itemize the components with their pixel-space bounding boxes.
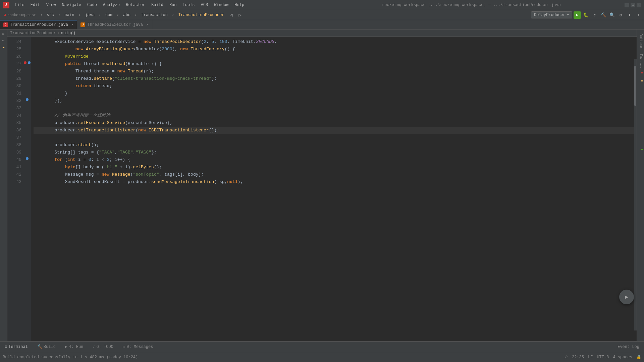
menu-file[interactable]: File (12, 2, 27, 8)
tab-transaction-producer[interactable]: J TransactionProducer.java × (0, 20, 77, 29)
breadcrumb-bar: TransactionProducer › main() (7, 29, 637, 37)
run-with-coverage-button[interactable]: ☂ (591, 11, 598, 19)
close-button[interactable]: × (637, 3, 641, 7)
gutter-36 (24, 125, 31, 133)
menu-window[interactable]: Window (211, 2, 231, 8)
gutter-41 (24, 162, 31, 170)
bc-sep: › (57, 31, 60, 36)
gutter-31 (24, 88, 31, 96)
gutter-34 (24, 111, 31, 118)
gutter-26 (24, 52, 31, 59)
code-line-41: byte[] body = ("Hi," + i).getBytes(); (34, 164, 637, 171)
menu-help[interactable]: Help (232, 2, 247, 8)
search-nav-back[interactable]: ◁ (228, 11, 235, 19)
menu-refactor[interactable]: Refactor (123, 2, 148, 8)
vcs-update-button[interactable]: ⬇ (626, 11, 633, 19)
code-line-37 (34, 134, 637, 141)
bc-class[interactable]: TransactionProducer (176, 12, 226, 18)
todo-tab[interactable]: ✓ 6: TODO (91, 343, 115, 351)
tab-close-2[interactable]: × (146, 23, 149, 27)
vertical-scrollbar[interactable] (634, 59, 637, 330)
bc-java[interactable]: java (83, 12, 97, 18)
bc-class-name[interactable]: TransactionProducer (10, 31, 56, 36)
build-icon: 🔨 (37, 344, 42, 349)
run-tab-icon: ▶ (65, 344, 67, 349)
menu-tools[interactable]: Tools (180, 2, 198, 8)
maximize-button[interactable]: □ (631, 3, 635, 7)
build-button[interactable]: 🔨 (600, 11, 607, 19)
tab-close-1[interactable]: × (71, 23, 74, 27)
window-title: rocketmq-workspace [...\rocketmq-workspa… (318, 3, 625, 7)
gutter (24, 37, 31, 341)
search-everywhere-button[interactable]: 🔍 (608, 11, 616, 19)
menu-edit[interactable]: Edit (28, 2, 43, 8)
favorites-icon[interactable]: ★ (1, 44, 7, 50)
run-config-dropdown-icon: ▾ (567, 12, 569, 17)
event-log-label: Event Log (618, 345, 639, 349)
bc-arrow-4: › (99, 12, 101, 17)
tab-label-1: TransactionProducer.java (10, 22, 68, 27)
build-label: Build (44, 345, 56, 349)
indent-style[interactable]: 4 spaces (613, 355, 632, 360)
messages-tab[interactable]: ✉ 0: Messages (121, 343, 155, 351)
gutter-29 (24, 74, 31, 81)
gutter-42 (24, 170, 31, 177)
code-editor[interactable]: TransactionProducer › main() 24 25 26 27… (7, 29, 637, 341)
code-line-25: new ArrayBlockingQueue<Runnable>(2000), … (34, 46, 637, 53)
menu-view[interactable]: View (44, 2, 59, 8)
tab-label-2: ThreadPoolExecutor.java (87, 22, 143, 27)
scroll-thumb[interactable] (634, 66, 636, 106)
bc-main[interactable]: main (63, 12, 76, 18)
gutter-27 (24, 59, 31, 66)
search-nav-forward[interactable]: ▷ (236, 11, 244, 19)
bc-src[interactable]: src (45, 12, 56, 18)
gutter-33 (24, 103, 31, 111)
bookmark-32 (26, 98, 29, 101)
bc-transaction[interactable]: transaction (139, 12, 170, 18)
event-log-tab[interactable]: Event Log (615, 343, 641, 351)
debug-button[interactable]: 🐛 (582, 11, 590, 19)
code-lines[interactable]: ExecutorService executorService = new Th… (31, 37, 637, 341)
bc-method-name[interactable]: main() (61, 31, 75, 36)
code-line-30: return thread; (34, 82, 637, 90)
code-line-33 (34, 105, 637, 112)
minimize-button[interactable]: – (625, 3, 629, 7)
gutter-25 (24, 44, 31, 52)
gutter-35 (24, 118, 31, 125)
title-bar: J File Edit View Navigate Code Analyze R… (0, 0, 644, 10)
encoding[interactable]: UTF-8 (597, 355, 609, 360)
right-margin-indicators (641, 59, 644, 330)
menu-analyze[interactable]: Analyze (100, 2, 122, 8)
terminal-tab[interactable]: ⊞ Terminal (3, 343, 30, 351)
vcs-commit-button[interactable]: ⬆ (635, 11, 642, 19)
run-config-selector[interactable]: DelayProducer ▾ (531, 11, 572, 18)
code-line-29: thread.setName("client-transaction-msg-c… (34, 75, 637, 82)
bc-abc[interactable]: abc (121, 12, 132, 18)
java-file-icon-1: J (3, 22, 8, 27)
window-controls: – □ × (625, 3, 641, 7)
code-content[interactable]: 24 25 26 27 28 29 30 31 32 33 34 35 36 3… (7, 37, 637, 341)
bc-arrow-3: › (78, 12, 81, 17)
git-branch[interactable]: ⎇ (563, 355, 568, 360)
project-name: rocketmq-test (7, 13, 36, 17)
settings-button[interactable]: ⚙ (617, 11, 625, 19)
project-view-icon[interactable]: P (1, 31, 7, 37)
gutter-40 (24, 155, 31, 162)
line-col[interactable]: 22:35 (572, 355, 584, 360)
main-area: P S ★ TransactionProducer › main() 24 25… (0, 29, 644, 341)
menu-navigate[interactable]: Navigate (59, 2, 84, 8)
bc-com[interactable]: com (103, 12, 115, 18)
menu-run[interactable]: Run (167, 2, 179, 8)
line-separator[interactable]: LF (588, 355, 593, 360)
menu-vcs[interactable]: VCS (198, 2, 211, 8)
database-tab[interactable]: Database (638, 31, 644, 51)
structure-view-icon[interactable]: S (1, 38, 7, 44)
floating-action-button[interactable]: ▶ (619, 290, 634, 304)
run-tab[interactable]: ▶ 4: Run (63, 343, 85, 351)
tab-threadpool-executor[interactable]: J ThreadPoolExecutor.java × (77, 20, 152, 29)
build-tab[interactable]: 🔨 Build (35, 343, 58, 351)
menu-build[interactable]: Build (149, 2, 166, 8)
gutter-28 (24, 66, 31, 74)
run-button[interactable]: ▶ (574, 11, 581, 19)
menu-code[interactable]: Code (85, 2, 100, 8)
